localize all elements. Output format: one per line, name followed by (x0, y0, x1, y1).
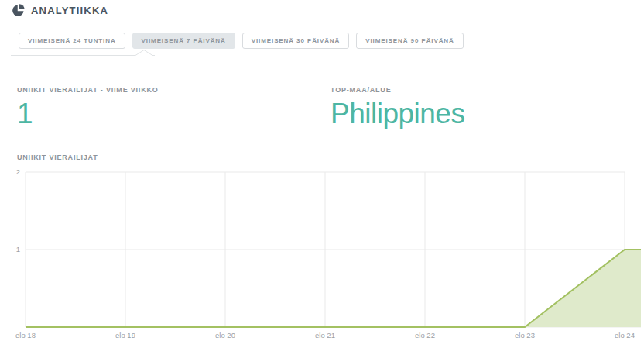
x-tick-label: elo 18 (15, 331, 36, 339)
chart-canvas: 12elo 18elo 19elo 20elo 21elo 22elo 23el… (0, 163, 644, 348)
app-title: ANALYTIIKKA (31, 5, 108, 16)
stat-label: UNIIKIT VIERAILIJAT - VIIME VIIKKO (17, 86, 159, 94)
app-header: ANALYTIIKKA (11, 3, 108, 18)
stat-value: Philippines (331, 99, 464, 128)
time-filter-button-90d[interactable]: VIIMEISENÄ 90 PÄIVÄNÄ (356, 33, 463, 49)
stat-value: 1 (17, 99, 159, 128)
y-tick-label: 2 (16, 167, 20, 176)
x-tick-label: elo 23 (515, 331, 535, 339)
x-tick-label: elo 19 (115, 331, 135, 339)
x-tick-label: elo 21 (315, 331, 335, 339)
stat-top-country: TOP-MAA/ALUE Philippines (331, 86, 464, 128)
chart-title: UNIIKIT VIERAILIJAT (17, 153, 98, 161)
time-filter-row: VIIMEISENÄ 24 TUNTINA VIIMEISENÄ 7 PÄIVÄ… (19, 33, 464, 49)
stat-label: TOP-MAA/ALUE (331, 86, 464, 94)
x-tick-label: elo 20 (215, 331, 235, 339)
stat-unique-visitors-week: UNIIKIT VIERAILIJAT - VIIME VIIKKO 1 (17, 86, 159, 128)
time-filter-button-30d[interactable]: VIIMEISENÄ 30 PÄIVÄNÄ (242, 33, 349, 49)
selected-filter-caret-divider (0, 49, 644, 60)
area-fill (26, 250, 641, 327)
x-tick-label: elo 24 (615, 331, 635, 339)
unique-visitors-area-chart: 12elo 18elo 19elo 20elo 21elo 22elo 23el… (0, 163, 644, 348)
y-tick-label: 1 (16, 245, 20, 253)
time-filter-button-7d[interactable]: VIIMEISENÄ 7 PÄIVÄNÄ (132, 33, 235, 49)
x-tick-label: elo 22 (415, 331, 435, 339)
time-filter-button-24h[interactable]: VIIMEISENÄ 24 TUNTINA (19, 33, 125, 49)
pie-chart-logo-icon (11, 3, 26, 18)
